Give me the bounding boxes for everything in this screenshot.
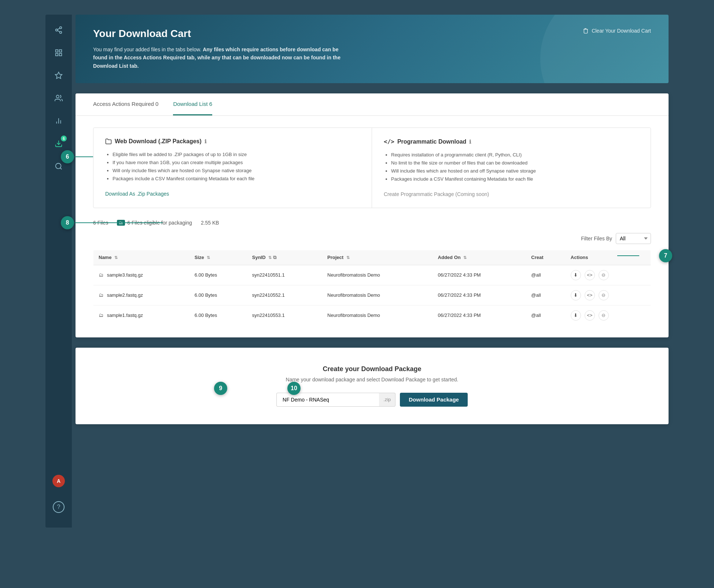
cart-badge: 6 bbox=[61, 136, 67, 141]
help-icon[interactable]: ? bbox=[53, 501, 65, 513]
col-created: Creat bbox=[526, 250, 566, 265]
header-description: You may find your added files in the tab… bbox=[93, 45, 342, 70]
download-cart-icon[interactable]: 6 bbox=[52, 137, 65, 150]
svg-rect-5 bbox=[56, 50, 58, 52]
file-synid: syn22410553.1 bbox=[247, 305, 322, 325]
table-row: 🗂 sample3.fastq.gz 6.00 Bytes syn2241055… bbox=[93, 265, 651, 285]
download-options-grid: Web Download (.ZIP Packages) ℹ Eligible … bbox=[93, 127, 651, 208]
clear-cart-button[interactable]: Clear Your Download Cart bbox=[583, 28, 651, 34]
web-download-info-icon[interactable]: ℹ bbox=[205, 138, 206, 144]
bullet-item: Will only include files which are hosted… bbox=[113, 167, 360, 175]
annotation-10: 10 bbox=[287, 382, 301, 395]
file-actions: ⬇ <> ⊖ bbox=[566, 265, 651, 285]
file-project: Neurofibromatosis Demo bbox=[322, 265, 433, 285]
remove-file-button[interactable]: ⊖ bbox=[599, 310, 609, 321]
sort-synid-icon[interactable]: ⇅ bbox=[268, 255, 272, 260]
zip-suffix-label: .zip bbox=[379, 393, 395, 407]
svg-point-0 bbox=[60, 27, 62, 29]
web-download-bullets: Eligible files will be added to .ZIP pac… bbox=[105, 151, 360, 183]
action-icons-row: ⬇ <> ⊖ bbox=[571, 270, 645, 280]
filter-select[interactable]: All Eligible Ineligible bbox=[616, 233, 651, 244]
col-synid: SynID ⇅ ⧉ bbox=[247, 250, 322, 265]
action-icons-row: ⬇ <> ⊖ bbox=[571, 310, 645, 321]
share-icon[interactable] bbox=[52, 23, 65, 37]
svg-rect-8 bbox=[59, 53, 62, 56]
copy-synid-icon[interactable]: ⧉ bbox=[273, 255, 276, 260]
bullet-item: If you have more than 1GB, you can creat… bbox=[113, 159, 360, 167]
eligible-icon: 🗂 bbox=[117, 220, 125, 226]
svg-point-2 bbox=[60, 32, 62, 34]
package-title: Create your Download Package bbox=[93, 365, 651, 373]
tab-download-list[interactable]: Download List 6 bbox=[173, 93, 212, 115]
programmatic-bullets: Requires installation of a programmatic … bbox=[384, 151, 639, 183]
annotation-9: 9 bbox=[214, 382, 227, 395]
col-name: Name ⇅ bbox=[93, 250, 189, 265]
download-package-button[interactable]: Download Package bbox=[400, 393, 468, 407]
col-added-on: Added On ⇅ bbox=[433, 250, 526, 265]
trash-icon bbox=[583, 28, 589, 34]
file-name: 🗂 sample3.fastq.gz bbox=[93, 265, 189, 285]
files-info-bar: 6 Files 🗂 6 Files eligible for packaging… bbox=[93, 220, 651, 226]
files-table: Name ⇅ Size ⇅ SynID ⇅ ⧉ bbox=[93, 250, 651, 326]
file-created-by: @all bbox=[526, 285, 566, 305]
grid-icon[interactable] bbox=[52, 46, 65, 59]
file-synid: syn22410552.1 bbox=[247, 285, 322, 305]
sort-project-icon[interactable]: ⇅ bbox=[346, 255, 350, 260]
file-added-on: 06/27/2022 4:33 PM bbox=[433, 285, 526, 305]
file-icon: 🗂 bbox=[99, 272, 103, 278]
svg-line-3 bbox=[58, 30, 60, 32]
code-file-button[interactable]: <> bbox=[585, 310, 595, 321]
annotation-6: 6 bbox=[61, 150, 74, 163]
col-project: Project ⇅ bbox=[322, 250, 433, 265]
sort-size-icon[interactable]: ⇅ bbox=[207, 255, 210, 260]
bullet-item: Will include files which are hosted on a… bbox=[391, 167, 639, 175]
download-file-button[interactable]: ⬇ bbox=[571, 270, 581, 280]
download-zip-link[interactable]: Download As .Zip Packages bbox=[105, 191, 169, 197]
table-header-row: Name ⇅ Size ⇅ SynID ⇅ ⧉ bbox=[93, 250, 651, 265]
page-title: Your Download Cart bbox=[93, 28, 191, 40]
bullet-item: Packages include a CSV Manifest containi… bbox=[113, 175, 360, 183]
svg-line-16 bbox=[60, 168, 62, 169]
file-size: 6.00 Bytes bbox=[189, 305, 247, 325]
sort-name-icon[interactable]: ⇅ bbox=[114, 255, 118, 260]
user-avatar[interactable]: A bbox=[52, 475, 65, 487]
annotation-7: 7 bbox=[659, 249, 672, 262]
package-card: Create your Download Package Name your d… bbox=[76, 348, 669, 424]
web-download-title: Web Download (.ZIP Packages) ℹ bbox=[105, 138, 360, 145]
package-input-row: .zip Download Package bbox=[93, 393, 651, 407]
table-row: 🗂 sample1.fastq.gz 6.00 Bytes syn2241055… bbox=[93, 305, 651, 325]
code-file-button[interactable]: <> bbox=[585, 270, 595, 280]
svg-rect-7 bbox=[56, 53, 58, 56]
file-created-by: @all bbox=[526, 265, 566, 285]
bullet-item: Eligible files will be added to .ZIP pac… bbox=[113, 151, 360, 159]
col-actions: Actions bbox=[566, 250, 651, 265]
bullet-item: No limit to the file size or number of f… bbox=[391, 159, 639, 167]
chart-icon[interactable] bbox=[52, 114, 65, 127]
annotation-8: 8 bbox=[61, 216, 74, 229]
download-file-button[interactable]: ⬇ bbox=[571, 310, 581, 321]
sort-added-icon[interactable]: ⇅ bbox=[463, 255, 467, 260]
star-icon[interactable] bbox=[52, 69, 65, 82]
table-row: 🗂 sample2.fastq.gz 6.00 Bytes syn2241055… bbox=[93, 285, 651, 305]
web-download-option: Web Download (.ZIP Packages) ℹ Eligible … bbox=[93, 128, 372, 207]
file-icon: 🗂 bbox=[99, 292, 103, 298]
code-file-button[interactable]: <> bbox=[585, 290, 595, 300]
programmatic-info-icon[interactable]: ℹ bbox=[469, 139, 471, 145]
file-added-on: 06/27/2022 4:33 PM bbox=[433, 265, 526, 285]
remove-file-button[interactable]: ⊖ bbox=[599, 290, 609, 300]
header-card: Your Download Cart Clear Your Download C… bbox=[76, 15, 669, 83]
programmatic-download-title: </> Programmatic Download ℹ bbox=[384, 138, 639, 145]
file-name: 🗂 sample1.fastq.gz bbox=[93, 305, 189, 325]
svg-point-15 bbox=[56, 163, 61, 169]
main-content-card: Access Actions Required 0 Download List … bbox=[76, 93, 669, 337]
file-size: 6.00 Bytes bbox=[189, 285, 247, 305]
download-file-button[interactable]: ⬇ bbox=[571, 290, 581, 300]
file-added-on: 06/27/2022 4:33 PM bbox=[433, 305, 526, 325]
remove-file-button[interactable]: ⊖ bbox=[599, 270, 609, 280]
file-actions: ⬇ <> ⊖ bbox=[566, 305, 651, 325]
programmatic-download-option: </> Programmatic Download ℹ Requires ins… bbox=[372, 128, 651, 207]
tab-access-actions[interactable]: Access Actions Required 0 bbox=[93, 93, 158, 115]
people-icon[interactable] bbox=[52, 92, 65, 105]
file-name: 🗂 sample2.fastq.gz bbox=[93, 285, 189, 305]
svg-line-4 bbox=[58, 28, 60, 30]
